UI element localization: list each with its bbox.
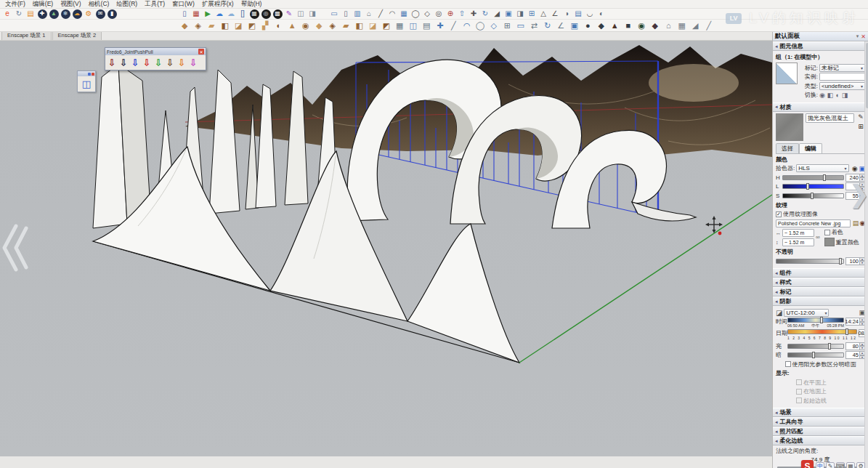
line-tool-icon[interactable]: ╱ [375,9,386,19]
plugin-tool-icon[interactable]: ◧ [353,20,367,31]
doc-icon[interactable]: ▯ [340,9,352,19]
fill-icon[interactable]: ◨ [514,9,526,19]
ime-board-icon[interactable]: ▦ [846,462,855,468]
opacity-spinbox[interactable]: 100▴▾ [845,257,865,265]
texture-width-input[interactable]: ~ 1.52 m [782,229,814,237]
pushpull-icon[interactable]: ⇧ [456,9,468,19]
pause-icon[interactable]: ▮ [108,9,117,19]
mesh-tool-icon[interactable]: ▣ [568,20,582,31]
plugin-tool-icon[interactable]: ▰ [339,20,353,31]
move-tool-icon[interactable]: ✚ [468,9,479,19]
ime-lang-icon[interactable]: 中 [816,462,824,468]
plugin-tool-icon[interactable]: ▲ [285,20,299,31]
scale-tool-icon[interactable]: ◢ [491,9,503,19]
jpp-joint-icon[interactable]: ⇩ [106,57,118,68]
hue-slider[interactable] [782,175,844,180]
component-box-icon[interactable]: ◫ [82,78,91,89]
expand-pane-chevron-icon[interactable]: ❯ [849,182,868,206]
dark-slider[interactable] [787,352,844,358]
mesh-tool-icon[interactable]: ▭ [514,20,528,31]
mesh-tool-icon[interactable]: ✚ [434,20,447,31]
model-canvas[interactable] [0,41,772,456]
panel-scrollbar[interactable] [864,41,868,468]
menu-item[interactable]: 帮助(H) [238,0,265,9]
sculpt-tool-icon[interactable]: ▲ [608,20,622,31]
lock-icon[interactable]: ◧ [827,92,834,99]
display-pane-icon[interactable]: ✎ [858,113,864,121]
house-icon[interactable]: ⌂ [363,9,375,19]
menu-item[interactable]: 相机(C) [86,0,113,9]
plugin-tool-icon[interactable]: ◆ [312,20,326,31]
plugin-tool-icon[interactable]: ◩ [380,20,394,31]
section-icon[interactable]: ▣ [503,9,514,19]
section-materials[interactable]: ◂ 材质 [773,102,868,112]
menu-item[interactable]: 绘图(R) [113,0,140,9]
plugin-tool-icon[interactable]: ▞ [259,20,272,31]
columns-icon[interactable]: ▥ [352,9,363,19]
plugin-tool-icon[interactable]: ◪ [366,20,380,31]
menu-item[interactable]: 编辑(E) [30,0,56,9]
ime-settings-icon[interactable]: ⚙ [856,462,865,468]
menu-item[interactable]: 扩展程序(x) [199,0,237,9]
menu-item[interactable]: 视图(V) [57,0,84,9]
ime-keyboard-icon[interactable]: ⌨ [836,462,845,468]
date-slider[interactable] [787,329,857,334]
divide-icon[interactable]: ⊞ [526,9,538,19]
jpp-titlebar[interactable]: Fredo6_JointPushPull ✕ [105,48,206,55]
light-slider[interactable] [787,344,844,349]
plugin-tool-icon[interactable]: ◈ [326,20,340,31]
time-slider[interactable] [787,318,844,323]
mesh-tool-icon[interactable]: ◫ [407,20,421,31]
saturation-slider[interactable] [782,193,844,198]
jpp-round-icon[interactable]: ⇩ [118,57,129,68]
reset-color-swatch[interactable] [824,238,835,246]
rotate-tool-icon[interactable]: ↻ [479,9,491,19]
brackets-icon[interactable]: [] [237,9,248,19]
colorize-checkbox[interactable] [824,230,830,235]
menu-item[interactable]: 文件(F) [2,0,28,9]
sculpt-tool-icon[interactable]: ◆ [595,20,609,31]
add-circle-icon[interactable]: ✚ [38,9,47,19]
collapsed-section[interactable]: ◂ 标记 [773,287,868,296]
sculpt-tool-icon[interactable]: ◆ [649,20,662,31]
polygon-tool-icon[interactable]: ◇ [421,9,433,19]
gear-icon[interactable]: ⚙ [83,9,94,19]
collapsed-section[interactable]: ◂ 照片匹配 [773,427,868,436]
circle-tool-icon[interactable]: ◯ [410,9,421,19]
plugin-tool-icon[interactable]: ◪ [232,20,246,31]
close-icon[interactable] [92,73,94,76]
mesh-tool-icon[interactable]: ◇ [487,20,501,31]
half-icon[interactable]: ◐ [596,9,607,19]
section-entity-info[interactable]: ◂ 图元信息 [773,41,868,51]
cloud-upload-icon[interactable]: ☁ [73,9,82,19]
ime-pen-icon[interactable]: ✎ [826,462,835,468]
plugin-tool-icon[interactable]: ◐ [272,20,286,31]
snowflake-icon[interactable]: ❄ [61,9,70,19]
page-icon[interactable]: ▯ [179,9,190,19]
create-material-icon[interactable]: ⊞ [858,123,864,130]
display-option-checkbox[interactable] [796,379,802,385]
jpp-vector-icon[interactable]: ⇩ [164,57,176,68]
plugin-tool-icon[interactable]: ◉ [299,20,313,31]
sculpt-tool-icon[interactable]: ● [581,20,595,31]
collapsed-section[interactable]: ◂ 样式 [773,278,868,287]
util-tool-icon[interactable]: ▦ [676,20,689,31]
photo-grid-icon[interactable]: ▦ [250,9,259,19]
photo-ring-icon[interactable]: ◎ [261,9,271,19]
collapsed-section[interactable]: ◂ 场景 [773,408,868,417]
util-tool-icon[interactable]: ⌂ [662,20,676,31]
mail-icon[interactable]: ✉ [96,9,105,19]
jpp-extrude-icon[interactable]: ⇩ [141,57,153,68]
color-wheel-icon[interactable]: ◉ [852,165,858,172]
rows-icon[interactable]: ▤ [572,9,584,19]
screen-icon[interactable]: ▭ [328,9,340,19]
texture-height-input[interactable]: ~ 1.52 m [782,238,814,246]
contrast-icon[interactable]: ◑ [561,9,572,19]
section-soften-edges[interactable]: ◂ 柔化边线 [773,436,868,445]
chain-link-icon[interactable]: ∞ [816,234,820,241]
hide-eye-icon[interactable]: ◉ [819,92,825,99]
cast-shadows-icon[interactable]: ◨ [842,92,848,99]
plugin-tool-icon[interactable]: ◩ [246,20,259,31]
box-icon[interactable]: ◫ [295,9,307,19]
magic-pen-icon[interactable]: ✎ [283,9,295,19]
